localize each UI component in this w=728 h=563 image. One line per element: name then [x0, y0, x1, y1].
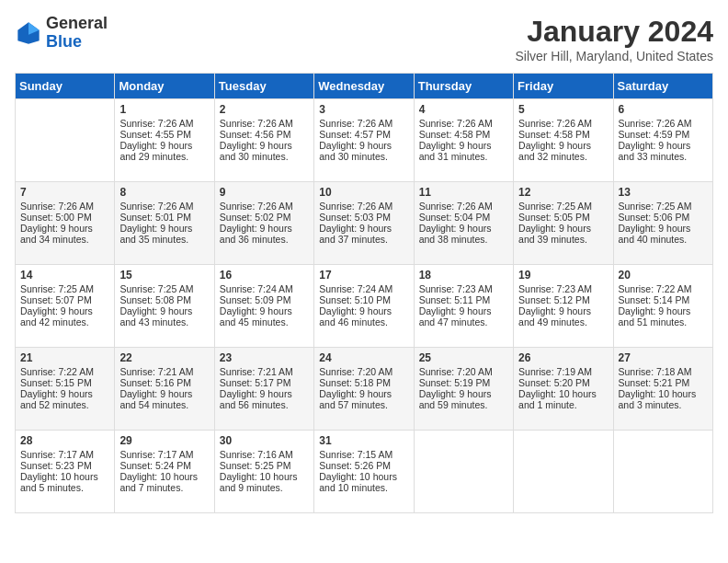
title-block: January 2024 Silver Hill, Maryland, Unit…	[515, 15, 713, 63]
daylight: Daylight: 9 hours and 39 minutes.	[518, 223, 591, 245]
calendar-cell: 30 Sunrise: 7:16 AM Sunset: 5:25 PM Dayl…	[214, 431, 313, 513]
calendar-cell: 22 Sunrise: 7:21 AM Sunset: 5:16 PM Dayl…	[115, 348, 214, 431]
sunset: Sunset: 5:02 PM	[220, 212, 291, 223]
daylight: Daylight: 9 hours and 59 minutes.	[419, 388, 492, 410]
sunset: Sunset: 5:18 PM	[319, 377, 391, 388]
calendar-cell: 2 Sunrise: 7:26 AM Sunset: 4:56 PM Dayli…	[214, 99, 313, 182]
page-header: General Blue January 2024 Silver Hill, M…	[15, 15, 713, 63]
sunrise: Sunrise: 7:17 AM	[119, 449, 193, 460]
daylight: Daylight: 9 hours and 47 minutes.	[419, 305, 492, 327]
calendar-cell: 19 Sunrise: 7:23 AM Sunset: 5:12 PM Dayl…	[514, 265, 613, 348]
day-number: 17	[319, 269, 408, 282]
calendar-cell	[414, 431, 513, 513]
sunrise: Sunrise: 7:26 AM	[20, 201, 94, 212]
sunrise: Sunrise: 7:25 AM	[619, 201, 692, 212]
day-number: 1	[119, 103, 209, 116]
calendar-cell: 11 Sunrise: 7:26 AM Sunset: 5:04 PM Dayl…	[414, 182, 513, 265]
day-number: 21	[20, 351, 109, 364]
day-number: 23	[220, 351, 309, 364]
day-number: 5	[518, 103, 608, 116]
calendar-cell: 20 Sunrise: 7:22 AM Sunset: 5:14 PM Dayl…	[613, 265, 712, 348]
sunrise: Sunrise: 7:19 AM	[518, 366, 592, 377]
calendar-cell	[613, 431, 712, 513]
calendar-cell: 21 Sunrise: 7:22 AM Sunset: 5:15 PM Dayl…	[16, 348, 115, 431]
calendar-cell: 6 Sunrise: 7:26 AM Sunset: 4:59 PM Dayli…	[613, 99, 712, 182]
sunset: Sunset: 5:16 PM	[119, 377, 191, 388]
calendar-week-2: 7 Sunrise: 7:26 AM Sunset: 5:00 PM Dayli…	[16, 182, 713, 265]
calendar-cell: 31 Sunrise: 7:15 AM Sunset: 5:26 PM Dayl…	[314, 431, 414, 513]
day-number: 6	[619, 103, 708, 116]
calendar-week-4: 21 Sunrise: 7:22 AM Sunset: 5:15 PM Dayl…	[16, 348, 713, 431]
sunset: Sunset: 5:11 PM	[419, 294, 491, 305]
month-title: January 2024	[515, 15, 713, 49]
sunrise: Sunrise: 7:24 AM	[220, 283, 293, 294]
sunset: Sunset: 5:14 PM	[619, 294, 690, 305]
daylight: Daylight: 9 hours and 32 minutes.	[518, 140, 591, 162]
calendar-week-5: 28 Sunrise: 7:17 AM Sunset: 5:23 PM Dayl…	[16, 431, 713, 513]
sunset: Sunset: 5:23 PM	[20, 460, 92, 471]
calendar-week-1: 1 Sunrise: 7:26 AM Sunset: 4:55 PM Dayli…	[16, 99, 713, 182]
calendar-cell	[514, 431, 613, 513]
sunset: Sunset: 5:24 PM	[119, 460, 191, 471]
daylight: Daylight: 10 hours and 1 minute.	[518, 388, 597, 410]
day-number: 20	[619, 269, 708, 282]
calendar-cell: 12 Sunrise: 7:25 AM Sunset: 5:05 PM Dayl…	[514, 182, 613, 265]
sunset: Sunset: 5:04 PM	[419, 212, 491, 223]
daylight: Daylight: 9 hours and 56 minutes.	[220, 388, 292, 410]
sunset: Sunset: 5:09 PM	[220, 294, 291, 305]
daylight: Daylight: 9 hours and 51 minutes.	[619, 305, 691, 327]
sunset: Sunset: 4:59 PM	[619, 129, 690, 140]
col-header-sunday: Sunday	[16, 74, 115, 99]
sunrise: Sunrise: 7:22 AM	[20, 366, 94, 377]
sunrise: Sunrise: 7:26 AM	[119, 118, 193, 129]
sunrise: Sunrise: 7:26 AM	[119, 201, 193, 212]
sunset: Sunset: 5:01 PM	[119, 212, 191, 223]
sunset: Sunset: 4:56 PM	[220, 129, 291, 140]
sunrise: Sunrise: 7:26 AM	[419, 118, 493, 129]
calendar-cell: 28 Sunrise: 7:17 AM Sunset: 5:23 PM Dayl…	[16, 431, 115, 513]
calendar-cell: 16 Sunrise: 7:24 AM Sunset: 5:09 PM Dayl…	[214, 265, 313, 348]
calendar-cell: 14 Sunrise: 7:25 AM Sunset: 5:07 PM Dayl…	[16, 265, 115, 348]
calendar-cell: 13 Sunrise: 7:25 AM Sunset: 5:06 PM Dayl…	[613, 182, 712, 265]
day-number: 3	[319, 103, 408, 116]
sunrise: Sunrise: 7:26 AM	[220, 201, 293, 212]
day-number: 9	[220, 186, 309, 199]
logo-text: General Blue	[46, 15, 108, 52]
sunrise: Sunrise: 7:26 AM	[518, 118, 592, 129]
calendar-cell: 7 Sunrise: 7:26 AM Sunset: 5:00 PM Dayli…	[16, 182, 115, 265]
calendar-cell: 9 Sunrise: 7:26 AM Sunset: 5:02 PM Dayli…	[214, 182, 313, 265]
sunrise: Sunrise: 7:25 AM	[119, 283, 193, 294]
day-number: 12	[518, 186, 608, 199]
daylight: Daylight: 9 hours and 38 minutes.	[419, 223, 492, 245]
daylight: Daylight: 10 hours and 3 minutes.	[619, 388, 697, 410]
calendar-cell	[16, 99, 115, 182]
day-number: 22	[119, 351, 209, 364]
calendar-cell: 29 Sunrise: 7:17 AM Sunset: 5:24 PM Dayl…	[115, 431, 214, 513]
col-header-saturday: Saturday	[613, 74, 712, 99]
sunset: Sunset: 5:06 PM	[619, 212, 690, 223]
daylight: Daylight: 9 hours and 57 minutes.	[319, 388, 392, 410]
sunset: Sunset: 5:08 PM	[119, 294, 191, 305]
sunrise: Sunrise: 7:26 AM	[619, 118, 692, 129]
day-number: 24	[319, 351, 408, 364]
calendar-cell: 1 Sunrise: 7:26 AM Sunset: 4:55 PM Dayli…	[115, 99, 214, 182]
sunset: Sunset: 5:12 PM	[518, 294, 590, 305]
day-number: 2	[220, 103, 309, 116]
day-number: 30	[220, 434, 309, 447]
calendar-cell: 3 Sunrise: 7:26 AM Sunset: 4:57 PM Dayli…	[314, 99, 414, 182]
calendar-cell: 27 Sunrise: 7:18 AM Sunset: 5:21 PM Dayl…	[613, 348, 712, 431]
col-header-friday: Friday	[514, 74, 613, 99]
daylight: Daylight: 9 hours and 42 minutes.	[20, 305, 93, 327]
daylight: Daylight: 9 hours and 35 minutes.	[119, 223, 192, 245]
sunrise: Sunrise: 7:26 AM	[419, 201, 493, 212]
day-number: 16	[220, 269, 309, 282]
sunrise: Sunrise: 7:15 AM	[319, 449, 392, 460]
calendar-week-3: 14 Sunrise: 7:25 AM Sunset: 5:07 PM Dayl…	[16, 265, 713, 348]
sunrise: Sunrise: 7:26 AM	[319, 118, 392, 129]
daylight: Daylight: 9 hours and 36 minutes.	[220, 223, 292, 245]
daylight: Daylight: 9 hours and 34 minutes.	[20, 223, 93, 245]
calendar-cell: 26 Sunrise: 7:19 AM Sunset: 5:20 PM Dayl…	[514, 348, 613, 431]
calendar-cell: 17 Sunrise: 7:24 AM Sunset: 5:10 PM Dayl…	[314, 265, 414, 348]
daylight: Daylight: 9 hours and 30 minutes.	[319, 140, 392, 162]
calendar-cell: 5 Sunrise: 7:26 AM Sunset: 4:58 PM Dayli…	[514, 99, 613, 182]
